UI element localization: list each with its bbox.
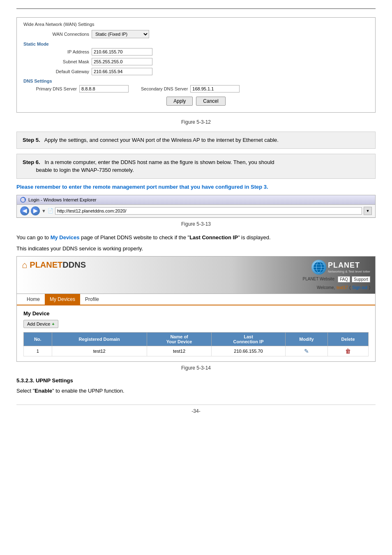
body-text-1: You can go to My Devices page of Planet … — [16, 234, 376, 242]
col-registered-domain: Registered Domain — [52, 332, 147, 346]
default-gateway-label: Default Gateway — [23, 69, 89, 74]
planet-brand-subtext: Networking & Test level lotter — [328, 270, 370, 273]
faq-link[interactable]: FAQ — [338, 276, 350, 282]
col-last-ip: LastConnection IP — [212, 332, 285, 346]
primary-dns-label: Primary DNS Server — [23, 86, 77, 91]
ip-address-label: IP Address — [23, 49, 89, 54]
step6-block: Step 6. In a remote computer, enter the … — [16, 154, 376, 179]
planet-logo-text: PLANETDDNS — [30, 260, 86, 270]
page-footer: -34- — [16, 405, 376, 414]
address-dropdown-button[interactable]: ▼ — [364, 207, 372, 215]
ip-address-input[interactable] — [92, 48, 152, 56]
figure-5-3-14-caption: Figure 5-3-14 — [16, 365, 376, 371]
wan-settings-box: Wide Area Network (WAN) Settings WAN Con… — [16, 17, 376, 113]
planet-brand-name: PLANET — [328, 261, 360, 270]
secondary-dns-input[interactable] — [190, 85, 240, 92]
browser-page-icon: 📄 — [48, 208, 53, 213]
browser-loading-icon — [20, 197, 26, 203]
dns-row: Primary DNS Server Secondary DNS Server — [23, 85, 369, 92]
col-no: No. — [24, 332, 52, 346]
step6-text2: beable to login the WNAP-7350 remotely. — [36, 167, 134, 173]
cell-modify[interactable]: ✎ — [285, 346, 327, 356]
table-header-row: No. Registered Domain Name ofYour Device… — [24, 332, 369, 346]
browser-title-text: Login - Windows Internet Explorer — [28, 197, 97, 202]
planet-header: ⌂ PLANETDDNS PLANET Network — [17, 257, 375, 294]
last-connection-ip-bold: Last Connection IP — [189, 234, 238, 240]
apply-button[interactable]: Apply — [166, 97, 193, 106]
cell-delete[interactable]: 🗑 — [328, 346, 369, 356]
delete-icon[interactable]: 🗑 — [345, 348, 351, 354]
planet-logo: ⌂ PLANETDDNS — [22, 260, 86, 271]
planet-right-section: PLANET Networking & Test level lotter PL… — [301, 260, 371, 290]
figure-5-3-13-caption: Figure 5-3-13 — [16, 221, 376, 227]
default-gateway-row: Default Gateway — [23, 68, 369, 75]
welcome-section: Welcome, teat17 ( Sign out ) — [317, 284, 370, 290]
browser-refresh-button[interactable]: ▼ — [42, 208, 46, 213]
planet-content: My Device Add Device + No. Registered Do… — [17, 305, 375, 361]
col-device-name: Name ofYour Device — [147, 332, 211, 346]
wan-connections-select[interactable]: Static (Fixed IP) DHCP PPPoE — [92, 30, 149, 38]
static-mode-label: Static Mode — [23, 42, 369, 46]
cell-domain: test12 — [52, 346, 147, 356]
browser-addressbar: ◀ ▶ ▼ 📄 ▼ — [17, 205, 375, 217]
table-row: 1 test12 test12 210.66.155.70 ✎ 🗑 — [24, 346, 369, 356]
figure-5-3-12-caption: Figure 5-3-12 — [16, 119, 376, 125]
cell-last-ip: 210.66.155.70 — [212, 346, 285, 356]
welcome-label: Welcome, — [317, 285, 335, 290]
wan-connections-label: WAN Connections — [23, 32, 89, 37]
subnet-mask-label: Subnet Mask — [23, 59, 89, 64]
ip-address-row: IP Address — [23, 48, 369, 56]
modify-icon[interactable]: ✎ — [304, 348, 309, 354]
default-gateway-input[interactable] — [92, 68, 152, 75]
address-bar[interactable] — [55, 207, 362, 215]
upnp-section-heading: 5.3.2.3. UPNP Settings — [16, 377, 376, 384]
body-text-2: This indicates your DDNS service is work… — [16, 245, 376, 253]
planet-brand-logo: PLANET Networking & Test level lotter — [311, 260, 370, 275]
menu-profile[interactable]: Profile — [80, 294, 104, 305]
dns-settings-label: DNS Settings — [23, 79, 369, 83]
welcome-user[interactable]: teat17 — [337, 285, 348, 290]
add-device-label: Add Device — [27, 321, 50, 326]
add-device-plus-icon: + — [52, 321, 54, 326]
step5-num: Step 5. — [23, 137, 40, 143]
step6-text1: In a remote computer, enter the DDNS hos… — [44, 159, 274, 165]
planet-nav-links: PLANET Website FAQ Support — [301, 276, 371, 282]
cancel-button[interactable]: Cancel — [196, 97, 225, 106]
step6-num: Step 6. — [23, 159, 40, 165]
menu-home[interactable]: Home — [22, 294, 45, 305]
my-devices-link[interactable]: My Devices — [51, 234, 80, 240]
planet-menu: Home My Devices Profile — [17, 294, 375, 305]
menu-my-devices[interactable]: My Devices — [45, 294, 80, 305]
enable-bold: Enable — [35, 388, 52, 394]
cell-no: 1 — [24, 346, 52, 356]
col-delete: Delete — [328, 332, 369, 346]
planet-ddns-box: ⌂ PLANETDDNS PLANET Network — [16, 256, 376, 362]
wan-box-title: Wide Area Network (WAN) Settings — [23, 22, 369, 27]
page-number: -34- — [191, 408, 200, 414]
wan-connections-row: WAN Connections Static (Fixed IP) DHCP P… — [23, 30, 369, 38]
primary-dns-input[interactable] — [79, 85, 129, 92]
device-table: No. Registered Domain Name ofYour Device… — [23, 332, 369, 356]
warning-text: Please remember to enter the remote mana… — [16, 184, 376, 190]
browser-titlebar: Login - Windows Internet Explorer — [17, 195, 375, 205]
planet-website-link[interactable]: PLANET Website — [301, 276, 336, 282]
browser-forward-button[interactable]: ▶ — [31, 206, 40, 215]
secondary-dns-label: Secondary DNS Server — [141, 86, 188, 91]
subnet-mask-input[interactable] — [92, 58, 152, 65]
planet-text: PLANET — [30, 260, 62, 269]
planet-house-icon: ⌂ — [22, 260, 27, 271]
add-device-button[interactable]: Add Device + — [23, 320, 58, 328]
cell-device-name: test12 — [147, 346, 211, 356]
support-link[interactable]: Support — [352, 276, 370, 282]
sign-out-link[interactable]: Sign out — [352, 285, 367, 290]
browser-mockup: Login - Windows Internet Explorer ◀ ▶ ▼ … — [16, 195, 376, 218]
step5-text: Apply the settings, and connect your WAN… — [44, 137, 279, 143]
my-device-title: My Device — [23, 310, 369, 317]
ddns-text: DDNS — [62, 260, 86, 269]
col-modify: Modify — [285, 332, 327, 346]
step5-block: Step 5. Apply the settings, and connect … — [16, 132, 376, 149]
planet-globe-icon — [311, 260, 326, 275]
upnp-body-text: Select "Enable" to enable the UPNP funct… — [16, 387, 376, 395]
browser-back-button[interactable]: ◀ — [20, 206, 29, 215]
form-buttons: Apply Cancel — [23, 97, 369, 106]
